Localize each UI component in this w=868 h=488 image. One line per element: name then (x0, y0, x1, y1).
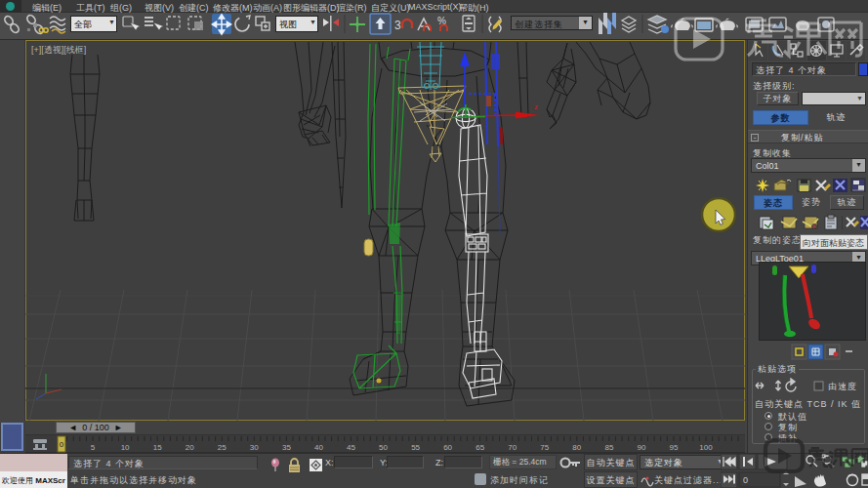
svg-text:40: 40 (314, 443, 323, 452)
svg-text:95: 95 (670, 443, 679, 452)
svg-text:45: 45 (347, 443, 355, 452)
svg-text:75: 75 (540, 443, 549, 452)
svg-text:90: 90 (637, 443, 645, 452)
svg-text:60: 60 (443, 443, 452, 452)
svg-text:20: 20 (186, 443, 194, 452)
svg-text:15: 15 (153, 443, 162, 452)
svg-text:100: 100 (699, 443, 713, 452)
svg-text:0: 0 (60, 440, 64, 449)
svg-text:30: 30 (250, 443, 259, 452)
svg-text:25: 25 (218, 443, 227, 452)
svg-text:10: 10 (121, 443, 130, 452)
svg-text:0: 0 (743, 475, 748, 485)
svg-text:55: 55 (411, 443, 420, 452)
svg-text:50: 50 (379, 443, 388, 452)
svg-text:70: 70 (508, 443, 517, 452)
svg-text:z: z (534, 102, 538, 111)
svg-text:65: 65 (475, 443, 484, 452)
svg-text:35: 35 (282, 443, 291, 452)
svg-text:85: 85 (604, 443, 613, 452)
svg-text:80: 80 (572, 443, 581, 452)
svg-text:5: 5 (91, 443, 96, 452)
svg-text:3: 3 (394, 19, 401, 32)
